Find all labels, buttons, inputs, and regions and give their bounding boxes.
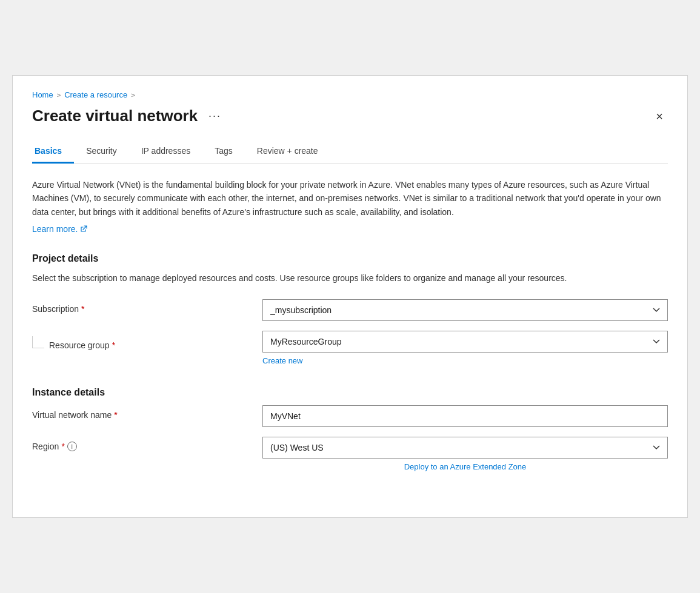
description-box: Azure Virtual Network (VNet) is the fund… <box>32 178 668 236</box>
vnet-name-input[interactable] <box>262 405 668 427</box>
breadcrumb-create-resource[interactable]: Create a resource <box>64 90 127 99</box>
learn-more-link[interactable]: Learn more. <box>32 222 87 236</box>
subscription-control-col: _mysubscription <box>262 299 668 321</box>
region-select[interactable]: (US) West US <box>262 437 668 459</box>
project-details-title: Project details <box>32 253 668 264</box>
indent-line <box>32 336 44 348</box>
breadcrumb: Home > Create a resource > <box>32 90 668 99</box>
region-required: * <box>61 442 64 451</box>
resource-group-required: * <box>112 340 115 350</box>
tab-tags[interactable]: Tags <box>202 140 245 164</box>
resource-group-select[interactable]: MyResourceGroup <box>262 331 668 353</box>
region-label-col: Region * i <box>32 437 262 451</box>
vnet-name-label: Virtual network name * <box>32 410 262 420</box>
resource-group-label: Resource group * <box>49 340 115 350</box>
close-button[interactable]: × <box>651 108 668 125</box>
subscription-select[interactable]: _mysubscription <box>262 299 668 321</box>
create-vnet-page: Home > Create a resource > Create virtua… <box>12 75 688 518</box>
subscription-label: Subscription * <box>32 304 262 314</box>
resource-group-indent: Resource group * <box>32 336 262 350</box>
deploy-extended-zone-link[interactable]: Deploy to an Azure Extended Zone <box>262 462 668 471</box>
vnet-name-label-col: Virtual network name * <box>32 405 262 420</box>
breadcrumb-sep-1: > <box>57 91 61 99</box>
tab-ip-addresses[interactable]: IP addresses <box>129 140 202 164</box>
resource-group-row: Resource group * MyResourceGroup Create … <box>32 331 668 365</box>
region-control-col: (US) West US Deploy to an Azure Extended… <box>262 437 668 471</box>
external-link-icon <box>80 225 87 233</box>
vnet-name-required: * <box>114 410 117 420</box>
project-details-description: Select the subscription to manage deploy… <box>32 271 668 285</box>
subscription-required: * <box>81 304 84 314</box>
resource-group-control-col: MyResourceGroup Create new <box>262 331 668 365</box>
tab-bar: Basics Security IP addresses Tags Review… <box>32 140 668 164</box>
more-options-button[interactable]: ··· <box>205 108 225 124</box>
tab-basics[interactable]: Basics <box>32 140 74 164</box>
region-row: Region * i (US) West US Deploy to an Azu… <box>32 437 668 471</box>
breadcrumb-sep-2: > <box>131 91 135 99</box>
region-info-icon[interactable]: i <box>67 442 77 451</box>
description-text: Azure Virtual Network (VNet) is the fund… <box>32 178 668 219</box>
page-header: Create virtual network ··· × <box>32 107 668 125</box>
page-title: Create virtual network <box>32 107 198 125</box>
vnet-name-row: Virtual network name * <box>32 405 668 427</box>
instance-details-section: Instance details Virtual network name * … <box>32 387 668 471</box>
project-details-section: Project details Select the subscription … <box>32 253 668 365</box>
tab-security[interactable]: Security <box>74 140 129 164</box>
breadcrumb-home[interactable]: Home <box>32 90 53 99</box>
region-label: Region * i <box>32 442 262 451</box>
subscription-row: Subscription * _mysubscription <box>32 299 668 321</box>
resource-group-label-col: Resource group * <box>32 331 262 350</box>
vnet-name-control-col <box>262 405 668 427</box>
tab-review-create[interactable]: Review + create <box>245 140 330 164</box>
subscription-label-col: Subscription * <box>32 299 262 314</box>
create-new-link[interactable]: Create new <box>262 356 668 365</box>
page-header-left: Create virtual network ··· <box>32 107 225 125</box>
instance-details-title: Instance details <box>32 387 668 398</box>
